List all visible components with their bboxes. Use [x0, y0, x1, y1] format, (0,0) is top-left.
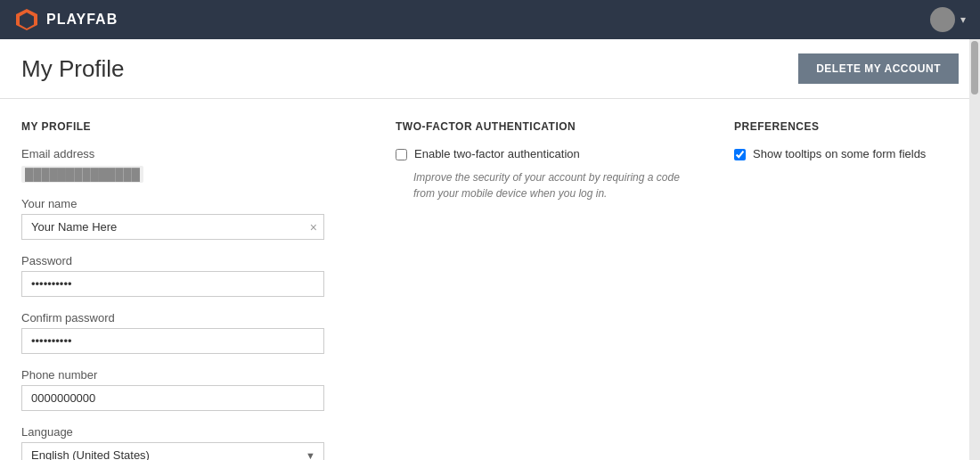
tooltips-checkbox[interactable]	[734, 149, 746, 160]
phone-label: Phone number	[21, 368, 360, 382]
preferences-section-heading: PREFERENCES	[734, 120, 959, 133]
app-name: PLAYFAB	[46, 12, 118, 28]
tfa-column: TWO-FACTOR AUTHENTICATION Enable two-fac…	[360, 120, 698, 460]
tooltips-label[interactable]: Show tooltips on some form fields	[753, 147, 926, 160]
language-select[interactable]: English (United States) English (United …	[21, 442, 324, 460]
page-header: My Profile DELETE MY ACCOUNT	[0, 39, 980, 99]
logo-area: PLAYFAB	[14, 7, 118, 32]
page-title: My Profile	[21, 55, 125, 83]
language-field-group: Language English (United States) English…	[21, 425, 360, 460]
clear-name-button[interactable]: ×	[310, 221, 317, 234]
email-value: ██████████████	[21, 166, 143, 183]
name-label: Your name	[21, 197, 360, 210]
delete-account-button[interactable]: DELETE MY ACCOUNT	[798, 53, 959, 84]
language-select-wrapper: English (United States) English (United …	[21, 442, 324, 460]
name-input-wrapper: ×	[21, 214, 324, 240]
confirm-password-label: Confirm password	[21, 311, 360, 324]
password-input[interactable]	[21, 271, 324, 297]
phone-field-group: Phone number	[21, 368, 360, 411]
scrollbar-thumb[interactable]	[971, 41, 978, 94]
name-field-group: Your name ×	[21, 197, 360, 240]
profile-section-heading: MY PROFILE	[21, 120, 360, 133]
chevron-down-icon[interactable]: ▾	[960, 13, 966, 26]
tfa-description: Improve the security of your account by …	[413, 169, 698, 201]
tfa-enable-label[interactable]: Enable two-factor authentication	[414, 147, 580, 160]
nav-right: ▾	[930, 7, 966, 32]
name-input[interactable]	[21, 214, 324, 240]
confirm-password-field-group: Confirm password	[21, 311, 360, 354]
language-label: Language	[21, 425, 360, 439]
tfa-checkbox[interactable]	[396, 149, 407, 160]
avatar[interactable]	[930, 7, 955, 32]
playfab-logo-icon	[14, 7, 39, 32]
tfa-enable-row: Enable two-factor authentication	[396, 147, 698, 160]
password-field-group: Password	[21, 254, 360, 297]
profile-column: MY PROFILE Email address ██████████████ …	[21, 120, 360, 460]
tooltips-row: Show tooltips on some form fields	[734, 147, 959, 160]
scrollbar-track[interactable]	[969, 39, 980, 460]
phone-input[interactable]	[21, 385, 324, 411]
email-field-group: Email address ██████████████	[21, 147, 360, 183]
email-label: Email address	[21, 147, 360, 160]
preferences-column: PREFERENCES Show tooltips on some form f…	[698, 120, 959, 460]
tfa-section-heading: TWO-FACTOR AUTHENTICATION	[396, 120, 698, 133]
confirm-password-input[interactable]	[21, 328, 324, 354]
top-navigation: PLAYFAB ▾	[0, 0, 980, 39]
password-label: Password	[21, 254, 360, 267]
main-content: MY PROFILE Email address ██████████████ …	[0, 99, 980, 460]
